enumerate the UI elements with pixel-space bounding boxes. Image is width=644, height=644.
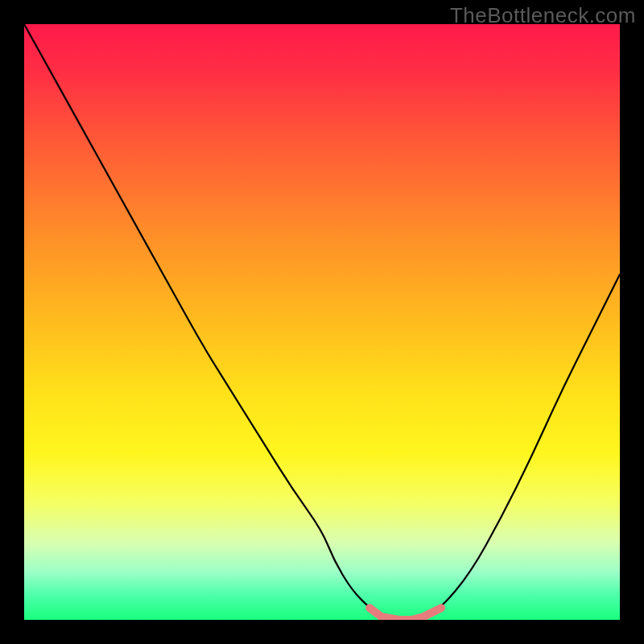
curve-layer <box>24 24 620 620</box>
chart-frame: TheBottleneck.com <box>0 0 644 644</box>
plot-area <box>24 24 620 620</box>
valley-highlight <box>369 608 441 620</box>
watermark-text: TheBottleneck.com <box>450 3 636 28</box>
bottleneck-curve <box>24 24 620 620</box>
